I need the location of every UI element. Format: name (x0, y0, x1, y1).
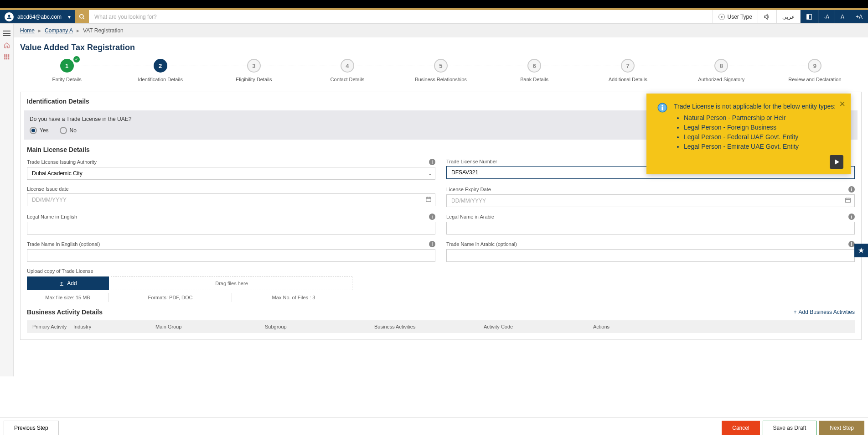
radio-yes[interactable]: Yes (30, 127, 49, 134)
audio-button[interactable] (758, 10, 776, 23)
menu-toggle[interactable] (0, 27, 13, 39)
legal-name-ar-input[interactable] (446, 222, 855, 235)
step-identification[interactable]: 2 Identification Details (114, 59, 207, 83)
label-legal-en: Legal Name in English (27, 214, 77, 219)
step-bank[interactable]: 6 Bank Details (488, 59, 581, 83)
breadcrumb-company[interactable]: Company A (45, 27, 73, 34)
svg-rect-14 (6, 58, 7, 59)
tooltip-item: Legal Person - Federal UAE Govt. Entity (684, 132, 836, 142)
search-input[interactable] (89, 14, 713, 20)
chevron-down-icon: ▾ (68, 14, 71, 20)
search-button[interactable] (75, 10, 89, 23)
upload-hint-size: Max file size: 15 MB (27, 293, 109, 302)
check-icon: ✓ (73, 56, 80, 63)
tooltip-lead: Trade License is not applicable for the … (674, 102, 836, 111)
svg-rect-10 (4, 56, 5, 57)
svg-rect-13 (4, 58, 5, 59)
user-email-label: abcd64@abc.com (17, 14, 62, 20)
col-activities: Business Activities (374, 324, 484, 329)
chevron-right-icon: ▸ (38, 27, 41, 34)
info-icon[interactable]: i (429, 241, 435, 247)
home-nav[interactable] (0, 39, 13, 51)
step-eligibility[interactable]: 3 Eligibility Details (207, 59, 300, 83)
font-decrease-button[interactable]: -A (818, 10, 835, 23)
close-icon[interactable]: × (839, 98, 845, 110)
contrast-icon (806, 14, 812, 20)
radio-no[interactable]: No (60, 127, 77, 134)
svg-point-0 (80, 14, 83, 18)
svg-rect-7 (4, 54, 5, 56)
trade-name-ar-input[interactable] (446, 249, 855, 262)
col-primary: Primary Activity (32, 324, 73, 329)
info-icon[interactable]: i (848, 186, 855, 193)
svg-rect-15 (8, 58, 9, 59)
add-business-activities-link[interactable]: + Add Business Activities (794, 309, 855, 315)
language-toggle[interactable]: عربي (776, 10, 800, 23)
breadcrumb: Home ▸ Company A ▸ VAT Registration (14, 24, 868, 37)
svg-rect-12 (8, 56, 9, 57)
chevron-down-icon: ⌄ (428, 171, 432, 176)
window-top-bar (0, 0, 868, 8)
issue-date-input[interactable] (27, 193, 435, 206)
svg-rect-3 (807, 14, 809, 19)
user-type-button[interactable]: User Type (713, 10, 758, 23)
legal-name-en-input[interactable] (27, 222, 435, 235)
biz-activity-table-header: Primary Activity Industry Main Group Sub… (27, 320, 855, 333)
home-icon (4, 42, 10, 48)
feedback-tab[interactable] (854, 244, 868, 257)
step-business-rel[interactable]: 5 Business Relationships (394, 59, 487, 83)
trade-name-en-input[interactable] (27, 249, 435, 262)
svg-line-1 (83, 17, 84, 19)
speaker-icon (764, 13, 771, 21)
info-icon[interactable]: i (429, 159, 435, 165)
step-contact[interactable]: 4 Contact Details (300, 59, 394, 83)
col-code: Activity Code (484, 324, 593, 329)
play-button[interactable] (830, 155, 843, 169)
col-subgroup: Subgroup (265, 324, 374, 329)
label-license-number: Trade License Number (446, 159, 497, 164)
font-increase-button[interactable]: +A (850, 10, 868, 23)
issuing-authority-select[interactable] (27, 167, 435, 180)
user-account-dropdown[interactable]: abcd64@abc.com ▾ (0, 10, 75, 23)
svg-rect-27 (661, 107, 663, 110)
expiry-date-input[interactable] (446, 194, 855, 207)
label-legal-ar: Legal Name in Arabic (446, 214, 494, 219)
label-issue-date: License Issue date (27, 186, 69, 192)
upload-icon (59, 281, 64, 286)
breadcrumb-home[interactable]: Home (20, 27, 35, 34)
font-normal-button[interactable]: A (835, 10, 850, 23)
col-actions: Actions (593, 324, 849, 329)
progress-stepper: ✓ 1 Entity Details 2 Identification Deta… (20, 59, 862, 83)
apps-nav[interactable] (0, 51, 13, 63)
info-icon[interactable]: i (848, 214, 855, 220)
step-additional[interactable]: 7 Additional Details (581, 59, 675, 83)
info-icon[interactable]: i (429, 214, 435, 220)
upload-label: Upload copy of Trade License (27, 268, 855, 274)
file-drop-zone[interactable]: Drag files here (111, 276, 352, 290)
upload-hint-formats: Formats: PDF, DOC (109, 293, 232, 302)
user-avatar-icon (5, 12, 14, 21)
label-trade-en: Trade Name in English (optional) (27, 241, 100, 247)
col-industry: Industry (73, 324, 155, 329)
chevron-right-icon: ▸ (77, 27, 79, 34)
info-tooltip-popup: × Trade License is not applicable for th… (646, 94, 851, 174)
side-rail (0, 24, 14, 376)
svg-rect-8 (6, 54, 7, 56)
step-review[interactable]: 9 Review and Declaration (768, 59, 862, 83)
search-icon (79, 14, 85, 20)
radio-icon-selected (30, 127, 37, 134)
top-toolbar: abcd64@abc.com ▾ User Type عربي -A A +A (0, 10, 868, 24)
grid-icon (4, 54, 10, 60)
step-signatory[interactable]: 8 Authorized Signatory (675, 59, 768, 83)
tooltip-item: Legal Person - Emirate UAE Govt. Entity (684, 142, 836, 151)
svg-rect-11 (6, 56, 7, 57)
label-expiry-date: License Expiry Date (446, 187, 491, 192)
svg-point-26 (661, 105, 663, 106)
upload-hint-count: Max No. of Files : 3 (232, 293, 355, 302)
target-icon (718, 14, 725, 20)
upload-add-button[interactable]: Add (27, 276, 109, 290)
theme-toggle[interactable] (800, 10, 818, 23)
info-icon[interactable]: i (848, 241, 855, 247)
step-entity-details[interactable]: ✓ 1 Entity Details (20, 59, 114, 83)
section-title-biz-activity: Business Activity Details (27, 308, 103, 316)
